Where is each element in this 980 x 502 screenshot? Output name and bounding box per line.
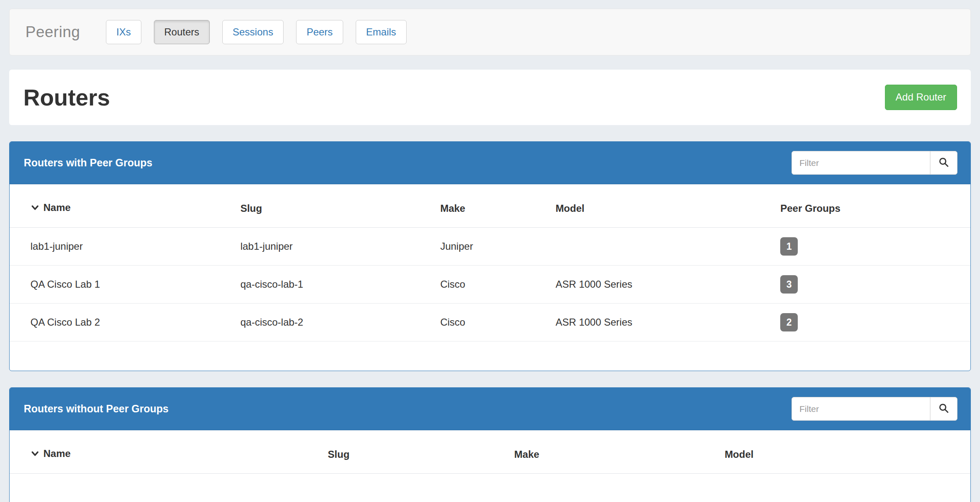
cell-peer-groups: 2	[775, 304, 970, 341]
column-header-peer-groups[interactable]: Peer Groups	[775, 184, 970, 228]
peer-groups-badge: 3	[780, 275, 798, 294]
panel-body: Name Slug Make Model	[10, 430, 970, 502]
cell-slug: lab1-juniper	[235, 228, 435, 266]
panel-bottom-spacer	[10, 474, 970, 502]
navbar: Peering IXs Routers Sessions Peers Email…	[9, 9, 971, 55]
filter-group	[792, 397, 957, 421]
panel-title: Routers without Peer Groups	[24, 403, 168, 415]
page-title: Routers	[23, 84, 110, 111]
page-header: Routers Add Router	[9, 70, 971, 125]
routers-without-peer-groups-panel: Routers without Peer Groups	[9, 387, 971, 502]
navbar-brand: Peering	[25, 23, 80, 41]
panel-title: Routers with Peer Groups	[24, 157, 152, 169]
search-icon	[938, 403, 949, 415]
column-header-make[interactable]: Make	[509, 430, 720, 474]
cell-name: lab1-juniper	[10, 228, 235, 266]
sort-chevron-down-icon	[30, 203, 40, 212]
cell-peer-groups: 3	[775, 266, 970, 304]
cell-name: QA Cisco Lab 2	[10, 304, 235, 341]
column-header-label: Name	[43, 448, 70, 459]
nav-button-routers[interactable]: Routers	[154, 20, 210, 45]
table-row[interactable]: QA Cisco Lab 2 qa-cisco-lab-2 Cisco ASR …	[10, 304, 970, 341]
filter-input[interactable]	[792, 151, 930, 175]
column-header-model[interactable]: Model	[550, 184, 775, 228]
table-header-row: Name Slug Make Model	[10, 430, 970, 474]
cell-peer-groups: 1	[775, 228, 970, 266]
panel-heading: Routers with Peer Groups	[10, 142, 970, 184]
column-header-slug[interactable]: Slug	[235, 184, 435, 228]
filter-input[interactable]	[792, 397, 930, 421]
panel-heading: Routers without Peer Groups	[10, 388, 970, 430]
cell-model	[550, 228, 775, 266]
column-header-make[interactable]: Make	[435, 184, 550, 228]
peer-groups-badge: 1	[780, 237, 798, 256]
search-button[interactable]	[930, 151, 957, 175]
cell-name: QA Cisco Lab 1	[10, 266, 235, 304]
routers-with-peer-groups-panel: Routers with Peer Groups	[9, 141, 971, 371]
cell-slug: qa-cisco-lab-2	[235, 304, 435, 341]
filter-group	[792, 151, 957, 175]
routers-with-peer-groups-table: Name Slug Make Model Peer Groups lab1-ju…	[10, 184, 970, 341]
column-header-name[interactable]: Name	[10, 184, 235, 228]
column-header-model[interactable]: Model	[720, 430, 970, 474]
cell-model: ASR 1000 Series	[550, 266, 775, 304]
table-row[interactable]: QA Cisco Lab 1 qa-cisco-lab-1 Cisco ASR …	[10, 266, 970, 304]
peer-groups-badge: 2	[780, 313, 798, 331]
sort-chevron-down-icon	[30, 449, 40, 458]
column-header-name[interactable]: Name	[10, 430, 323, 474]
table-row[interactable]: lab1-juniper lab1-juniper Juniper 1	[10, 228, 970, 266]
search-icon	[938, 157, 949, 169]
search-button[interactable]	[930, 397, 957, 421]
panel-bottom-spacer	[10, 341, 970, 371]
nav-button-sessions[interactable]: Sessions	[222, 20, 284, 45]
page: { "navbar": { "brand": "Peering", "items…	[0, 0, 980, 502]
nav-button-peers[interactable]: Peers	[296, 20, 343, 45]
column-header-slug[interactable]: Slug	[323, 430, 509, 474]
nav-button-ixs[interactable]: IXs	[106, 20, 141, 45]
table-header-row: Name Slug Make Model Peer Groups	[10, 184, 970, 228]
cell-model: ASR 1000 Series	[550, 304, 775, 341]
panel-body: Name Slug Make Model Peer Groups lab1-ju…	[10, 184, 970, 371]
cell-make: Cisco	[435, 266, 550, 304]
cell-make: Cisco	[435, 304, 550, 341]
cell-make: Juniper	[435, 228, 550, 266]
cell-slug: qa-cisco-lab-1	[235, 266, 435, 304]
add-router-button[interactable]: Add Router	[885, 85, 957, 110]
column-header-label: Name	[43, 202, 70, 213]
nav-button-emails[interactable]: Emails	[356, 20, 407, 45]
routers-without-peer-groups-table: Name Slug Make Model	[10, 430, 970, 474]
